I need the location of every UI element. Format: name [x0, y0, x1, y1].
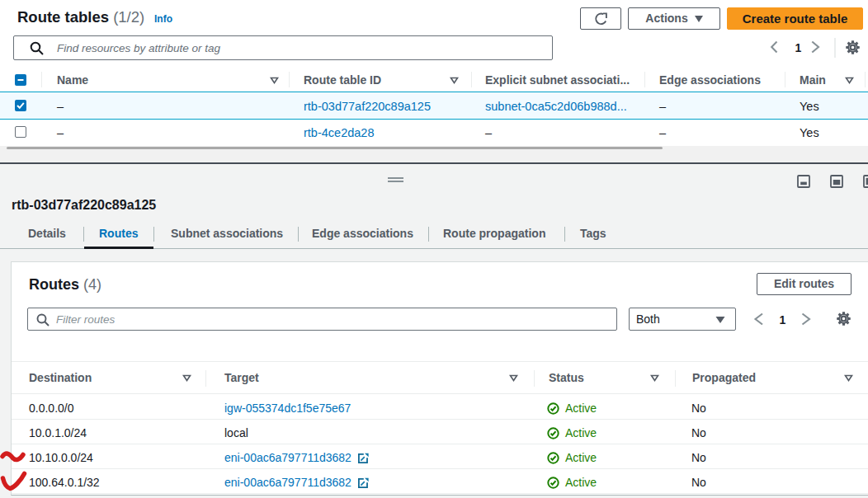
svg-text:1: 1 [780, 313, 786, 327]
svg-text:1: 1 [795, 41, 802, 54]
